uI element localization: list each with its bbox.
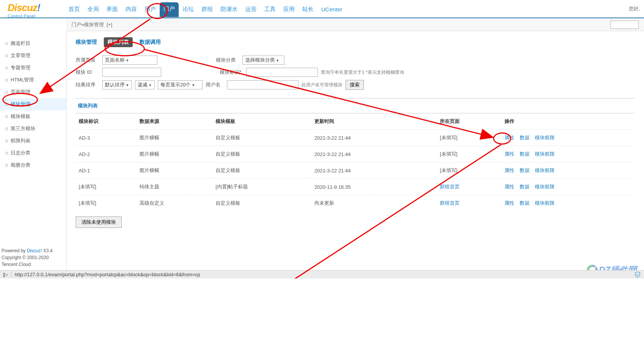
tabs: 模块管理模块列表数据调用 xyxy=(76,37,635,47)
sidebar-item-0[interactable]: 频道栏目 xyxy=(0,37,66,49)
nav-item-7[interactable]: 群组 xyxy=(198,0,217,18)
table-header: 模块模板 xyxy=(213,113,311,130)
clear-unused-button[interactable]: 清除未使用模块 xyxy=(76,216,122,228)
svg-point-0 xyxy=(594,266,596,269)
tab-1[interactable]: 模块列表 xyxy=(104,37,133,47)
filter-moduletag-label: 模块标识* xyxy=(220,69,243,76)
breadcrumb-plus[interactable]: [+] xyxy=(106,22,112,27)
nav-item-1[interactable]: 全局 xyxy=(84,0,103,18)
sidebar: 频道栏目文章管理专题管理HTML管理页面管理模块管理模块模板第三方模块权限列表日… xyxy=(0,31,66,279)
table-row: [未填写]高级自定义自定义模板尚未更新群组首页属性数据模块权限 xyxy=(76,195,635,212)
statusbar-arrow-icon: |▷ xyxy=(3,272,8,277)
breadcrumb: 门户 » 模块管理 [+] xyxy=(66,18,644,31)
top-search-input[interactable] xyxy=(611,21,639,29)
sidebar-item-4[interactable]: 页面管理 xyxy=(0,86,66,98)
op-permission[interactable]: 模块权限 xyxy=(535,135,555,140)
table-header: 操作 xyxy=(501,113,635,130)
sidebar-item-1[interactable]: 文章管理 xyxy=(0,49,66,62)
nav-item-4[interactable]: 用户 xyxy=(141,0,160,18)
table-row: AD-2图片横幅自定义模板2021-3-22 21:44[未填写]属性数据模块权… xyxy=(76,146,635,162)
breadcrumb-b: 模块管理 xyxy=(84,21,104,28)
module-id-input[interactable] xyxy=(102,68,161,77)
user-hint: 此用户名可管理模块 xyxy=(301,82,343,88)
discuz-link[interactable]: Discuz! xyxy=(27,248,42,253)
filter-category-label: 模块分类 xyxy=(216,57,240,64)
op-properties[interactable]: 属性 xyxy=(504,135,514,140)
logo: Discuz! Control Panel xyxy=(0,0,65,18)
op-permission[interactable]: 模块权限 xyxy=(535,200,555,206)
list-title: 模块列表 xyxy=(76,98,635,113)
op-permission[interactable]: 模块权限 xyxy=(535,167,555,173)
filter-moduleid-label: 模块 ID xyxy=(76,69,99,76)
status-bar: |▷ http://127.0.0.1/exam/portal.php?mod=… xyxy=(0,270,644,279)
nav-item-5[interactable]: 门户 xyxy=(160,2,179,17)
user-input[interactable] xyxy=(227,80,298,89)
op-properties[interactable]: 属性 xyxy=(504,151,514,157)
logo-subtitle: Control Panel xyxy=(8,14,65,18)
op-data[interactable]: 数据 xyxy=(520,151,530,157)
op-data[interactable]: 数据 xyxy=(520,135,530,140)
nav-item-10[interactable]: 工具 xyxy=(260,0,279,18)
category-select[interactable]: 选择模块分类 xyxy=(243,56,284,65)
nav-item-8[interactable]: 防灌水 xyxy=(217,0,241,18)
page-select[interactable]: 页面名称 xyxy=(102,56,157,65)
nav-item-12[interactable]: 站长 xyxy=(298,0,317,18)
sidebar-item-6[interactable]: 模块模板 xyxy=(0,110,66,123)
table-row: AD-3图片横幅自定义模板2021-3-22 21:44[未填写]属性数据模块权… xyxy=(76,130,635,146)
op-permission[interactable]: 模块权限 xyxy=(535,151,555,157)
sort-select[interactable]: 默认排序 xyxy=(102,80,132,89)
tab-0[interactable]: 模块管理 xyxy=(76,39,97,46)
sort-dir-select[interactable]: 递减 xyxy=(135,80,155,89)
module-tag-input[interactable] xyxy=(246,68,318,77)
shield-icon xyxy=(634,271,641,278)
sidebar-item-10[interactable]: 相册分类 xyxy=(0,159,66,171)
top-nav: Discuz! Control Panel 首页全局界面内容用户门户论坛群组防灌… xyxy=(0,0,644,18)
table-row: AD-1图片横幅自定义模板2021-3-22 21:44[未填写]属性数据模块权… xyxy=(76,162,635,179)
filter-sort-label: 结果排序 xyxy=(76,81,99,88)
table-header: 数据来源 xyxy=(136,113,213,130)
nav-item-2[interactable]: 界面 xyxy=(103,0,122,18)
sidebar-item-5[interactable]: 模块管理 xyxy=(0,98,66,110)
sidebar-item-2[interactable]: 专题管理 xyxy=(0,62,66,74)
op-data[interactable]: 数据 xyxy=(520,167,530,173)
tag-hint: 查询字串长度需大于1 *表示支持模糊查询 xyxy=(321,69,404,76)
sidebar-item-7[interactable]: 第三方模块 xyxy=(0,123,66,135)
footer: Powered by Discuz! X3.4 Copyright © 2001… xyxy=(2,247,52,268)
table-header: 模块标识 xyxy=(76,113,136,130)
search-button[interactable]: 搜索 xyxy=(346,80,364,90)
table-header: 更新时间 xyxy=(311,113,437,130)
nav-item-3[interactable]: 内容 xyxy=(122,0,141,18)
op-properties[interactable]: 属性 xyxy=(504,184,514,189)
filter-user-label: 用户名 xyxy=(206,81,224,88)
nav-items: 首页全局界面内容用户门户论坛群组防灌水运营工具应用站长UCenter xyxy=(65,0,346,18)
breadcrumb-a[interactable]: 门户 xyxy=(71,21,81,28)
op-data[interactable]: 数据 xyxy=(520,200,530,206)
table-row: [未填写]特殊主题[内置]帖子标题2020-11-9 16:35群组首页属性数据… xyxy=(76,179,635,195)
module-table: 模块标识数据来源模块模板更新时间所在页面操作 AD-3图片横幅自定义模板2021… xyxy=(76,113,635,211)
statusbar-url: http://127.0.0.1/exam/portal.php?mod=por… xyxy=(11,272,200,277)
nav-item-9[interactable]: 运营 xyxy=(241,0,260,18)
sidebar-item-9[interactable]: 日志分类 xyxy=(0,147,66,159)
op-properties[interactable]: 属性 xyxy=(504,167,514,173)
main-panel: 模块管理模块列表数据调用 所属页面 页面名称 模块分类 选择模块分类 模块 ID… xyxy=(66,31,644,279)
greeting: 您好, xyxy=(629,5,644,12)
op-properties[interactable]: 属性 xyxy=(504,200,514,206)
tab-2[interactable]: 数据调用 xyxy=(140,39,161,46)
nav-item-6[interactable]: 论坛 xyxy=(179,0,198,18)
nav-item-13[interactable]: UCenter xyxy=(317,1,346,17)
sidebar-item-8[interactable]: 权限列表 xyxy=(0,135,66,147)
op-permission[interactable]: 模块权限 xyxy=(535,184,555,189)
sidebar-item-3[interactable]: HTML管理 xyxy=(0,74,66,86)
nav-item-0[interactable]: 首页 xyxy=(65,0,84,18)
op-data[interactable]: 数据 xyxy=(520,184,530,189)
nav-item-11[interactable]: 应用 xyxy=(279,0,298,18)
perpage-select[interactable]: 每页显示20个 xyxy=(158,80,203,89)
filter-page-label: 所属页面 xyxy=(76,57,99,64)
table-header: 所在页面 xyxy=(437,113,501,130)
